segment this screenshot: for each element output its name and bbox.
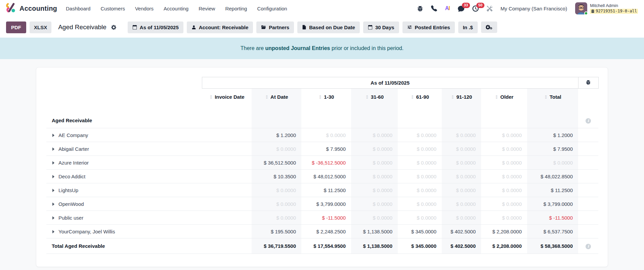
menu-dashboard[interactable]: Dashboard — [66, 6, 90, 11]
total-amount-cell — [202, 238, 252, 254]
total-amount-cell: $ 58,368.5000 — [527, 238, 578, 254]
amount-cell: $ 1.2000 — [252, 128, 301, 142]
amount-cell: $ 0.0000 — [351, 128, 398, 142]
partner-name-cell: Deco Addict — [46, 170, 202, 183]
report-area: As of 11/05/2025 ↕Invoice Date ↕At Date … — [0, 67, 644, 270]
menu-vendors[interactable]: Vendors — [135, 6, 154, 11]
sliders-icon — [407, 25, 412, 30]
info-column-header — [578, 89, 598, 113]
folder-icon — [261, 25, 266, 30]
amount-cell: $ 0.0000 — [481, 183, 527, 197]
sort-icon: ↕ — [544, 94, 548, 100]
filter-due-date-basis[interactable]: Based on Due Date — [297, 21, 360, 33]
menu-configuration[interactable]: Configuration — [257, 6, 287, 11]
partner-row[interactable]: AE Company$ 1.2000$ 0.0000$ 0.0000$ 0.00… — [46, 128, 598, 142]
col-older[interactable]: ↕Older — [481, 89, 527, 113]
main-menu: Dashboard Customers Vendors Accounting R… — [66, 6, 287, 11]
partner-row[interactable]: Deco Addict$ 10.3500$ 48,012.5000$ 0.000… — [46, 170, 598, 183]
amount-cell: $ 0.0000 — [398, 211, 442, 225]
filter-account[interactable]: Account: Receivable — [187, 21, 253, 33]
voip-phone-icon[interactable] — [431, 5, 437, 11]
partner-name: AE Company — [58, 132, 88, 138]
expand-caret-icon[interactable] — [52, 189, 54, 192]
menu-customers[interactable]: Customers — [100, 6, 125, 11]
amount-cell: $ 11.2500 — [527, 183, 578, 197]
report-options-gears-button[interactable] — [481, 21, 497, 33]
xlsx-button[interactable]: XLSX — [30, 21, 51, 33]
amount-cell: $ 10.3500 — [252, 170, 301, 183]
expand-caret-icon[interactable] — [52, 175, 54, 178]
sort-icon: ↕ — [209, 94, 213, 100]
col-total[interactable]: ↕Total — [527, 89, 578, 113]
online-status-dot — [584, 11, 588, 15]
sort-icon: ↕ — [365, 94, 369, 100]
col-31-60[interactable]: ↕31-60 — [351, 89, 398, 113]
menu-reporting[interactable]: Reporting — [225, 6, 247, 11]
partner-name: OpenWood — [58, 201, 84, 207]
row-spacer — [578, 170, 598, 183]
expand-caret-icon[interactable] — [52, 147, 54, 151]
col-invoice-date[interactable]: ↕Invoice Date — [202, 89, 252, 113]
expand-caret-icon[interactable] — [52, 216, 54, 220]
user-menu[interactable]: Mitchell Admin 92719351-19-0-all — [575, 2, 638, 14]
partner-row[interactable]: Public user$ 0.0000$ -11.5000$ 0.0000$ 0… — [46, 211, 598, 225]
partner-name-cell: LightsUp — [46, 183, 202, 197]
col-61-90[interactable]: ↕61-90 — [398, 89, 442, 113]
expand-caret-icon[interactable] — [52, 134, 54, 137]
partner-row[interactable]: Abigail Carter$ 0.0000$ 7.9500$ 0.0000$ … — [46, 142, 598, 156]
menu-accounting[interactable]: Accounting — [164, 6, 188, 11]
partner-row[interactable]: OpenWood$ 0.0000$ 3,799.0000$ 0.0000$ 0.… — [46, 197, 598, 211]
user-icon — [191, 25, 196, 30]
filter-partners[interactable]: Partners — [256, 21, 294, 33]
menu-review[interactable]: Review — [199, 6, 215, 11]
amount-cell: $ 0.0000 — [351, 211, 398, 225]
partner-name-cell: YourCompany, Joel Willis — [46, 225, 202, 238]
amount-cell: $ 0.0000 — [442, 170, 481, 183]
calendar-icon — [132, 25, 137, 30]
filter-posted-entries[interactable]: Posted Entries — [402, 21, 455, 33]
period-header: As of 11/05/2025 — [202, 77, 578, 89]
amount-cell: $ -11.5000 — [301, 211, 351, 225]
top-navbar: Accounting Dashboard Customers Vendors A… — [0, 0, 644, 17]
company-switcher[interactable]: My Company (San Francisco) — [501, 6, 567, 11]
partner-row[interactable]: Azure Interior$ 36,512.5000$ -36,512.500… — [46, 156, 598, 170]
pdf-button[interactable]: PDF — [6, 21, 26, 33]
filter-date[interactable]: As of 11/05/2025 — [128, 21, 183, 33]
sort-icon: ↕ — [318, 94, 323, 100]
amount-cell: $ 3,799.0000 — [301, 197, 351, 211]
partner-row[interactable]: YourCompany, Joel Willis$ 195.5000$ 2,24… — [46, 225, 598, 238]
page-title: Aged Receivable — [58, 24, 106, 31]
col-1-30[interactable]: ↕1-30 — [301, 89, 351, 113]
expand-caret-icon[interactable] — [52, 203, 54, 206]
debug-bug-icon[interactable] — [417, 6, 423, 11]
col-at-date[interactable]: ↕At Date — [252, 89, 301, 113]
partner-row[interactable]: LightsUp$ 0.0000$ 11.2500$ 0.0000$ 0.000… — [46, 183, 598, 197]
amount-cell: $ -36,512.5000 — [301, 156, 351, 170]
expand-caret-icon[interactable] — [52, 161, 54, 165]
activities-clock-icon[interactable]: 50 — [472, 5, 479, 12]
sort-icon: ↕ — [265, 94, 269, 100]
table-debug-bug-icon[interactable] — [578, 77, 598, 89]
filter-period-length[interactable]: 30 Days — [363, 21, 399, 33]
amount-cell: $ 0.0000 — [351, 183, 398, 197]
info-icon[interactable]: i — [586, 118, 591, 124]
info-icon[interactable]: i — [586, 244, 591, 249]
sort-icon: ↕ — [451, 94, 455, 100]
amount-cell — [202, 225, 252, 238]
column-header-row: ↕Invoice Date ↕At Date ↕1-30 ↕31-60 ↕61-… — [46, 89, 598, 113]
ai-assistant-icon[interactable]: AI — [445, 5, 450, 11]
messages-count-badge: 33 — [462, 3, 470, 8]
database-id: 92719351-19-0-all — [590, 9, 638, 14]
col-91-120[interactable]: ↕91-120 — [442, 89, 481, 113]
filter-currency[interactable]: In .$ — [458, 21, 478, 33]
total-amount-cell: $ 2,208.0000 — [481, 238, 527, 254]
tools-icon[interactable] — [487, 6, 492, 11]
amount-cell: $ 11.2500 — [301, 183, 351, 197]
amount-cell: $ 0.0000 — [481, 128, 527, 142]
name-column-header — [46, 89, 202, 113]
app-brand[interactable]: Accounting — [6, 3, 57, 14]
messages-icon[interactable]: 33 — [458, 5, 464, 12]
amount-cell: $ 0.0000 — [398, 170, 442, 183]
report-settings-gear-icon[interactable] — [111, 25, 116, 30]
expand-caret-icon[interactable] — [52, 230, 54, 233]
